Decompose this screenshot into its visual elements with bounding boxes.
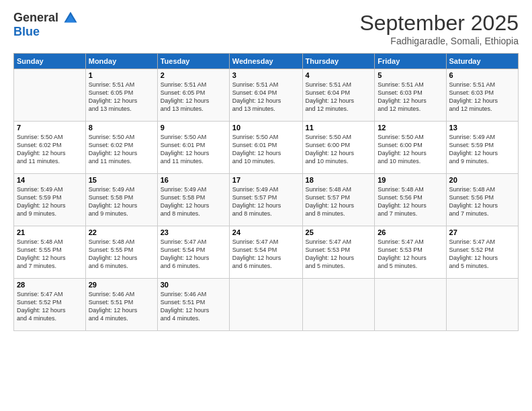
day-number: 2: [161, 71, 226, 79]
day-info: Sunrise: 5:50 AMSunset: 6:00 PMDaylight:…: [378, 133, 443, 166]
calendar-cell: 16Sunrise: 5:49 AMSunset: 5:58 PMDayligh…: [157, 174, 229, 226]
calendar-cell: 1Sunrise: 5:51 AMSunset: 6:05 PMDaylight…: [85, 69, 157, 122]
title-block: September 2025 Fadhigaradle, Somali, Eth…: [359, 11, 519, 46]
calendar-cell: [229, 279, 302, 331]
day-number: 14: [17, 176, 83, 184]
calendar-cell: 27Sunrise: 5:47 AMSunset: 5:52 PMDayligh…: [446, 226, 518, 279]
calendar-cell: 10Sunrise: 5:50 AMSunset: 6:01 PMDayligh…: [229, 122, 302, 174]
day-info: Sunrise: 5:51 AMSunset: 6:05 PMDaylight:…: [161, 81, 226, 113]
day-info: Sunrise: 5:47 AMSunset: 5:52 PMDaylight:…: [449, 238, 515, 271]
month-title: September 2025: [359, 11, 519, 36]
calendar-cell: 15Sunrise: 5:49 AMSunset: 5:58 PMDayligh…: [85, 174, 157, 226]
day-number: 20: [449, 176, 515, 184]
day-info: Sunrise: 5:46 AMSunset: 5:51 PMDaylight:…: [161, 290, 226, 323]
calendar-cell: 5Sunrise: 5:51 AMSunset: 6:03 PMDaylight…: [375, 69, 446, 122]
day-number: 29: [89, 281, 154, 289]
day-info: Sunrise: 5:51 AMSunset: 6:04 PMDaylight:…: [306, 81, 372, 113]
day-number: 12: [378, 124, 443, 132]
day-info: Sunrise: 5:48 AMSunset: 5:56 PMDaylight:…: [378, 185, 443, 218]
day-info: Sunrise: 5:51 AMSunset: 6:05 PMDaylight:…: [89, 81, 154, 113]
calendar-cell: 7Sunrise: 5:50 AMSunset: 6:02 PMDaylight…: [14, 122, 86, 174]
day-number: 13: [449, 124, 515, 132]
day-number: 25: [306, 228, 372, 236]
calendar-cell: 17Sunrise: 5:49 AMSunset: 5:57 PMDayligh…: [229, 174, 302, 226]
day-info: Sunrise: 5:49 AMSunset: 5:58 PMDaylight:…: [89, 185, 154, 218]
calendar-cell: 30Sunrise: 5:46 AMSunset: 5:51 PMDayligh…: [157, 279, 229, 331]
day-info: Sunrise: 5:50 AMSunset: 6:02 PMDaylight:…: [17, 133, 83, 166]
day-number: 26: [378, 228, 443, 236]
day-number: 4: [306, 71, 372, 79]
calendar-cell: 12Sunrise: 5:50 AMSunset: 6:00 PMDayligh…: [375, 122, 446, 174]
calendar-cell: 23Sunrise: 5:47 AMSunset: 5:54 PMDayligh…: [157, 226, 229, 279]
day-info: Sunrise: 5:48 AMSunset: 5:55 PMDaylight:…: [17, 238, 83, 271]
calendar-cell: 19Sunrise: 5:48 AMSunset: 5:56 PMDayligh…: [375, 174, 446, 226]
calendar-cell: 20Sunrise: 5:48 AMSunset: 5:56 PMDayligh…: [446, 174, 518, 226]
day-info: Sunrise: 5:51 AMSunset: 6:04 PMDaylight:…: [232, 81, 300, 113]
week-row-3: 21Sunrise: 5:48 AMSunset: 5:55 PMDayligh…: [14, 226, 519, 279]
calendar-cell: 22Sunrise: 5:48 AMSunset: 5:55 PMDayligh…: [85, 226, 157, 279]
calendar-cell: [446, 279, 518, 331]
day-info: Sunrise: 5:47 AMSunset: 5:52 PMDaylight:…: [17, 290, 83, 323]
calendar-cell: [375, 279, 446, 331]
col-monday: Monday: [85, 54, 157, 69]
day-info: Sunrise: 5:50 AMSunset: 6:01 PMDaylight:…: [161, 133, 226, 166]
day-info: Sunrise: 5:47 AMSunset: 5:53 PMDaylight:…: [378, 238, 443, 271]
subtitle: Fadhigaradle, Somali, Ethiopia: [359, 36, 519, 46]
day-number: 11: [306, 124, 372, 132]
col-thursday: Thursday: [302, 54, 375, 69]
day-info: Sunrise: 5:49 AMSunset: 5:57 PMDaylight:…: [232, 185, 300, 218]
day-info: Sunrise: 5:49 AMSunset: 5:59 PMDaylight:…: [17, 185, 83, 218]
day-info: Sunrise: 5:50 AMSunset: 6:00 PMDaylight:…: [306, 133, 372, 166]
day-info: Sunrise: 5:48 AMSunset: 5:56 PMDaylight:…: [449, 185, 515, 218]
calendar-cell: 13Sunrise: 5:49 AMSunset: 5:59 PMDayligh…: [446, 122, 518, 174]
calendar-cell: 18Sunrise: 5:48 AMSunset: 5:57 PMDayligh…: [302, 174, 375, 226]
header-row: Sunday Monday Tuesday Wednesday Thursday…: [14, 54, 519, 69]
day-number: 3: [232, 71, 300, 79]
logo-general: General: [13, 11, 58, 24]
calendar-cell: 26Sunrise: 5:47 AMSunset: 5:53 PMDayligh…: [375, 226, 446, 279]
day-number: 17: [232, 176, 300, 184]
day-number: 7: [17, 124, 83, 132]
day-number: 28: [17, 281, 83, 289]
day-info: Sunrise: 5:51 AMSunset: 6:03 PMDaylight:…: [378, 81, 443, 113]
day-info: Sunrise: 5:47 AMSunset: 5:53 PMDaylight:…: [306, 238, 372, 271]
calendar-table: Sunday Monday Tuesday Wednesday Thursday…: [13, 53, 519, 331]
col-wednesday: Wednesday: [229, 54, 302, 69]
day-info: Sunrise: 5:47 AMSunset: 5:54 PMDaylight:…: [232, 238, 300, 271]
day-info: Sunrise: 5:50 AMSunset: 6:01 PMDaylight:…: [232, 133, 300, 166]
col-tuesday: Tuesday: [157, 54, 229, 69]
calendar-cell: 29Sunrise: 5:46 AMSunset: 5:51 PMDayligh…: [85, 279, 157, 331]
day-info: Sunrise: 5:50 AMSunset: 6:02 PMDaylight:…: [89, 133, 154, 166]
calendar-cell: [302, 279, 375, 331]
day-info: Sunrise: 5:48 AMSunset: 5:55 PMDaylight:…: [89, 238, 154, 271]
day-info: Sunrise: 5:47 AMSunset: 5:54 PMDaylight:…: [161, 238, 226, 271]
calendar-cell: 3Sunrise: 5:51 AMSunset: 6:04 PMDaylight…: [229, 69, 302, 122]
week-row-2: 14Sunrise: 5:49 AMSunset: 5:59 PMDayligh…: [14, 174, 519, 226]
day-number: 16: [161, 176, 226, 184]
day-number: 27: [449, 228, 515, 236]
week-row-4: 28Sunrise: 5:47 AMSunset: 5:52 PMDayligh…: [14, 279, 519, 331]
day-number: 18: [306, 176, 372, 184]
week-row-0: 1Sunrise: 5:51 AMSunset: 6:05 PMDaylight…: [14, 69, 519, 122]
day-number: 30: [161, 281, 226, 289]
calendar-cell: 11Sunrise: 5:50 AMSunset: 6:00 PMDayligh…: [302, 122, 375, 174]
day-number: 9: [161, 124, 226, 132]
day-number: 10: [232, 124, 300, 132]
col-saturday: Saturday: [446, 54, 518, 69]
day-number: 19: [378, 176, 443, 184]
day-info: Sunrise: 5:51 AMSunset: 6:03 PMDaylight:…: [449, 81, 515, 113]
calendar-cell: [14, 69, 86, 122]
day-number: 21: [17, 228, 83, 236]
calendar-cell: 4Sunrise: 5:51 AMSunset: 6:04 PMDaylight…: [302, 69, 375, 122]
day-number: 6: [449, 71, 515, 79]
day-number: 5: [378, 71, 443, 79]
day-number: 15: [89, 176, 154, 184]
calendar-cell: 28Sunrise: 5:47 AMSunset: 5:52 PMDayligh…: [14, 279, 86, 331]
col-sunday: Sunday: [14, 54, 86, 69]
day-number: 23: [161, 228, 226, 236]
day-number: 24: [232, 228, 300, 236]
day-number: 1: [89, 71, 154, 79]
calendar-cell: 8Sunrise: 5:50 AMSunset: 6:02 PMDaylight…: [85, 122, 157, 174]
calendar-cell: 14Sunrise: 5:49 AMSunset: 5:59 PMDayligh…: [14, 174, 86, 226]
day-info: Sunrise: 5:49 AMSunset: 5:59 PMDaylight:…: [449, 133, 515, 166]
